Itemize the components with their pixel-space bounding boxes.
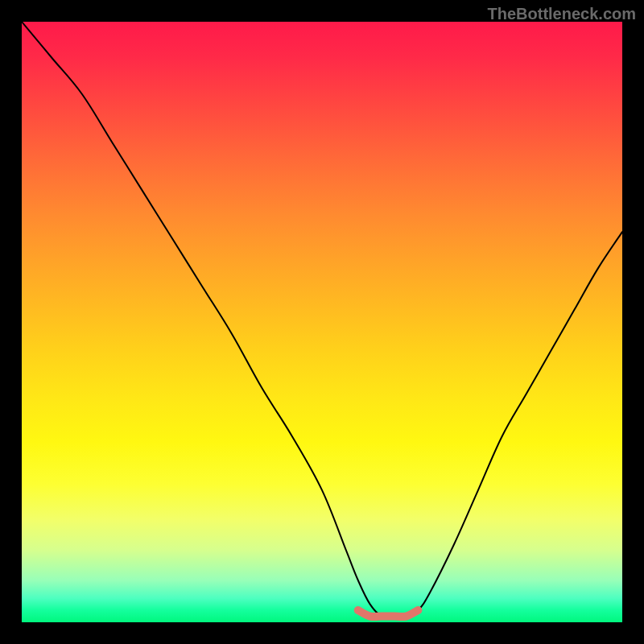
bottleneck-curve: [22, 22, 622, 617]
watermark-text: TheBottleneck.com: [488, 5, 636, 23]
highlight-band: [358, 610, 419, 617]
plot-area: [22, 22, 622, 622]
chart-container: TheBottleneck.com: [0, 0, 644, 644]
plot-svg: [22, 22, 622, 622]
